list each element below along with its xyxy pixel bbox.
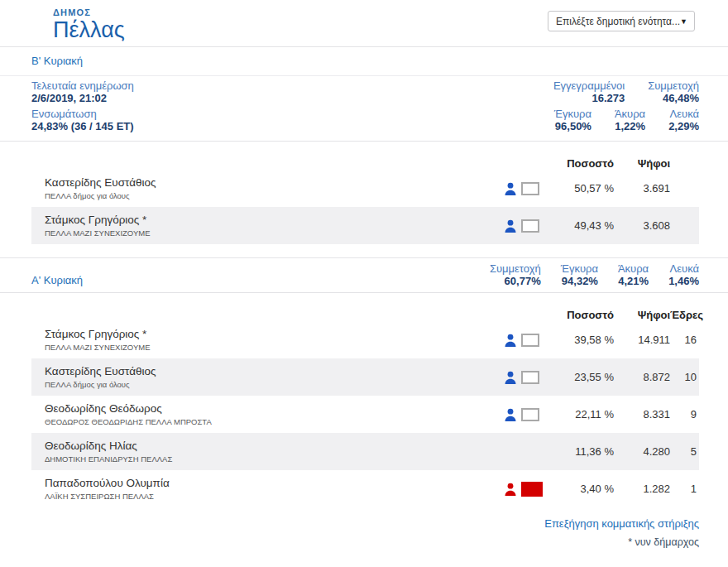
candidate-name: Παπαδοπούλου Ολυμπία [45,476,494,490]
candidate-name: Στάμκος Γρηγόριος * [45,327,494,341]
candidate-name: Στάμκος Γρηγόριος * [45,213,494,227]
candidate-party: ΠΕΛΛΑ δήμος για όλους [45,190,494,201]
registered-label: Εγγεγραμμένοι [553,79,625,92]
party-support-icons [494,219,544,233]
candidate-party: ΠΕΛΛΑ ΜΑΖΙ ΣΥΝΕΧΙΖΟΥΜΕ [45,228,494,238]
valid-label: Έγκυρα [561,262,598,275]
last-update-label: Τελευταία ενημέρωση [31,79,134,92]
candidate-seats: 9 [670,408,699,420]
round-b-stats-right: Εγγεγραμμένοι 16.273 Συμμετοχή 46,48% Έγ… [553,79,699,136]
valid-label: Έγκυρα [554,108,592,120]
candidate-seats: 1 [670,483,699,495]
blank-stat: Λευκά 2,29% [668,108,699,132]
person-icon [504,371,517,384]
support-box-icon [521,334,539,347]
integration-label: Ενσωμάτωση [31,108,134,120]
candidate-row: Καστερίδης Ευστάθιος ΠΕΛΛΑ δήμος για όλο… [31,170,699,207]
blank-label: Λευκά [668,108,699,120]
registered-value: 16.273 [553,92,625,104]
party-support-icons [494,182,544,195]
invalid-label: Άκυρα [618,262,649,275]
support-box-icon [521,219,539,233]
candidate-party: ΛΑΪΚΗ ΣΥΣΠΕΙΡΩΣΗ ΠΕΛΛΑΣ [45,491,494,502]
person-icon [504,219,517,233]
candidate-row: Παπαδοπούλου Ολυμπία ΛΑΪΚΗ ΣΥΣΠΕΙΡΩΣΗ ΠΕ… [31,470,699,507]
candidate-percent: 23,55 % [544,371,614,383]
footer: Επεξήγηση κομματικής στήριξης * νυν δήμα… [0,507,728,548]
support-box-icon [521,371,539,384]
candidate-percent: 49,43 % [544,219,614,232]
turnout-stat: Συμμετοχή 46,48% [648,79,699,104]
percent-column-header: Ποσοστό [544,309,614,321]
candidate-name-cell: Στάμκος Γρηγόριος * ΠΕΛΛΑ ΜΑΖΙ ΣΥΝΕΧΙΖΟΥ… [31,327,494,353]
round-a-stats: Συμμετοχή 60,77% Έγκυρα 94,32% Άκυρα 4,2… [490,262,699,287]
invalid-value: 4,21% [618,275,649,287]
blank-stat: Λευκά 1,46% [668,262,699,287]
round-b-results-table: Ποσοστό Ψήφοι Καστερίδης Ευστάθιος ΠΕΛΛΑ… [31,142,699,244]
municipal-unit-select-value: Επιλέξτε δημοτική ενότητα... [556,16,680,27]
candidate-name-cell: Στάμκος Γρηγόριος * ΠΕΛΛΑ ΜΑΖΙ ΣΥΝΕΧΙΖΟΥ… [31,213,494,238]
party-support-icons [494,408,544,421]
registered-stat: Εγγεγραμμένοι 16.273 [553,79,625,104]
last-update-value: 2/6/2019, 21:02 [31,92,134,104]
candidate-name-cell: Θεοδωρίδης Θεόδωρος ΘΕΟΔΩΡΟΣ ΘΕΟΔΩΡΙΔΗΣ … [31,401,494,427]
round-a-table-header: Ποσοστό Ψήφοι Έδρες [31,293,699,321]
section-title-round-a: Α' Κυριακή [31,274,83,287]
round-b-stats-row1: Εγγεγραμμένοι 16.273 Συμμετοχή 46,48% [553,79,699,104]
incumbent-mayor-footnote: * νυν δήμαρχος [0,536,699,548]
round-b-stats-left: Τελευταία ενημέρωση 2/6/2019, 21:02 Ενσω… [31,79,134,136]
candidate-party: ΔΗΜΟΤΙΚΗ ΕΠΑΝΙΔΡΥΣΗ ΠΕΛΛΑΣ [45,454,494,464]
support-box-icon [521,408,539,421]
votes-column-header: Ψήφοι [614,309,670,321]
candidate-party: ΠΕΛΛΑ ΜΑΖΙ ΣΥΝΕΧΙΖΟΥΜΕ [45,342,494,353]
candidate-row: Καστερίδης Ευστάθιος ΠΕΛΛΑ δήμος για όλο… [31,358,699,396]
candidate-name: Καστερίδης Ευστάθιος [45,175,494,190]
round-b-stats: Τελευταία ενημέρωση 2/6/2019, 21:02 Ενσω… [0,76,728,142]
round-a-results-table: Ποσοστό Ψήφοι Έδρες Στάμκος Γρηγόριος * … [31,293,699,507]
candidate-name: Θεοδωρίδης Θεόδωρος [45,401,494,416]
candidate-votes: 3.691 [614,182,670,195]
party-support-icons [494,334,544,347]
last-update-stat: Τελευταία ενημέρωση 2/6/2019, 21:02 [31,79,134,104]
candidate-percent: 3,40 % [544,483,614,495]
invalid-stat: Άκυρα 1,22% [615,108,645,132]
support-box-icon [521,482,543,497]
invalid-stat: Άκυρα 4,21% [618,262,649,287]
support-box-icon [521,182,539,195]
valid-stat: Έγκυρα 94,32% [561,262,598,287]
candidate-votes: 8.872 [614,371,670,383]
round-b-stats-row2: Έγκυρα 96,50% Άκυρα 1,22% Λευκά 2,29% [553,108,699,132]
candidate-votes: 14.911 [614,334,670,346]
person-icon [504,334,517,347]
section-round-a-header: Α' Κυριακή Συμμετοχή 60,77% Έγκυρα 94,32… [0,258,728,293]
municipal-unit-select[interactable]: Επιλέξτε δημοτική ενότητα... ▼ [548,11,695,31]
percent-column-header: Ποσοστό [544,157,614,170]
turnout-value: 60,77% [490,275,541,287]
chevron-down-icon: ▼ [680,17,687,26]
candidate-seats: 16 [670,334,699,346]
person-icon [504,182,517,195]
seats-column-header: Έδρες [670,309,699,321]
candidate-name-cell: Καστερίδης Ευστάθιος ΠΕΛΛΑ δήμος για όλο… [31,364,494,390]
invalid-label: Άκυρα [615,108,645,120]
candidate-votes: 4.280 [614,445,670,458]
round-b-table-header: Ποσοστό Ψήφοι [31,142,699,170]
candidate-row: Θεοδωρίδης Ηλίας ΔΗΜΟΤΙΚΗ ΕΠΑΝΙΔΡΥΣΗ ΠΕΛ… [31,433,699,470]
candidate-name-cell: Καστερίδης Ευστάθιος ΠΕΛΛΑ δήμος για όλο… [31,175,494,201]
candidate-seats: 10 [670,371,699,383]
candidate-percent: 11,36 % [544,445,614,458]
blank-value: 2,29% [668,120,699,132]
blank-label: Λευκά [668,262,699,275]
integration-stat: Ενσωμάτωση 24,83% (36 / 145 ΕΤ) [31,108,134,132]
candidate-party: ΘΕΟΔΩΡΟΣ ΘΕΟΔΩΡΙΔΗΣ ΠΕΛΛΑ ΜΠΡΟΣΤΑ [45,416,494,427]
turnout-label: Συμμετοχή [490,262,541,275]
party-support-explanation-link[interactable]: Επεξήγηση κομματικής στήριξης [544,517,699,530]
invalid-value: 1,22% [615,120,645,132]
integration-value: 24,83% (36 / 145 ΕΤ) [31,120,134,132]
party-support-icons [494,482,544,497]
candidate-row: Στάμκος Γρηγόριος * ΠΕΛΛΑ ΜΑΖΙ ΣΥΝΕΧΙΖΟΥ… [31,207,699,244]
valid-stat: Έγκυρα 96,50% [554,108,592,132]
candidate-percent: 22,11 % [544,408,614,420]
page-header: ΔΗΜΟΣ Πέλλας Επιλέξτε δημοτική ενότητα..… [0,0,728,47]
candidate-row: Στάμκος Γρηγόριος * ΠΕΛΛΑ ΜΑΖΙ ΣΥΝΕΧΙΖΟΥ… [31,321,699,358]
